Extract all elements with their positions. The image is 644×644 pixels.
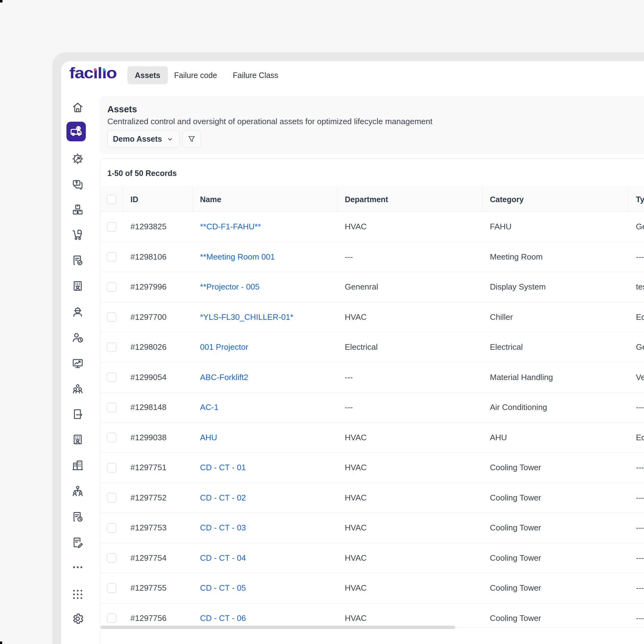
cell-department: Genenral xyxy=(337,272,482,302)
cell-name-link[interactable]: CD - CT - 05 xyxy=(193,573,337,603)
table-row[interactable]: #1297753CD - CT - 03HVACCooling Tower--- xyxy=(100,513,644,543)
sidebar-item-inspections[interactable] xyxy=(71,254,84,267)
row-checkbox[interactable] xyxy=(107,252,116,261)
tab-assets[interactable]: Assets xyxy=(127,66,168,84)
column-header-type[interactable]: Ty xyxy=(628,187,644,212)
cell-department: --- xyxy=(337,393,482,422)
table-row[interactable]: #1297754CD - CT - 04HVACCooling Tower--- xyxy=(100,543,644,573)
logo-letter: f xyxy=(69,64,75,82)
sidebar-item-visitors[interactable] xyxy=(71,433,84,446)
column-header-id[interactable]: ID xyxy=(123,187,193,212)
cell-department: --- xyxy=(337,363,482,393)
row-checkbox[interactable] xyxy=(107,493,116,502)
cell-name-link[interactable]: ABC-Forklift2 xyxy=(193,363,337,393)
cell-name-link[interactable]: **Projector - 005 xyxy=(193,272,337,302)
column-header-department[interactable]: Department xyxy=(337,187,482,212)
sidebar-item-transfers[interactable] xyxy=(71,408,84,421)
table-row[interactable]: #1298148AC-1---Air Conditioning--- xyxy=(100,393,644,423)
sidebar-item-analytics[interactable] xyxy=(71,357,84,370)
row-checkbox[interactable] xyxy=(107,343,116,352)
sidebar-item-shifts[interactable] xyxy=(71,331,84,344)
select-all-checkbox[interactable] xyxy=(107,195,116,204)
tab-failure-class[interactable]: Failure Class xyxy=(233,66,278,84)
horizontal-scrollbar-thumb[interactable] xyxy=(100,626,455,629)
row-checkbox[interactable] xyxy=(107,403,116,412)
cell-type: --- xyxy=(628,453,644,483)
sidebar-item-tenants[interactable] xyxy=(71,280,84,293)
cell-name-link[interactable]: AHU xyxy=(193,423,337,453)
screen-corner-mark-top xyxy=(0,0,2,2)
sidebar-item-logs[interactable] xyxy=(71,510,84,524)
row-checkbox[interactable] xyxy=(107,583,116,593)
table-row[interactable]: #1297755CD - CT - 05HVACCooling Tower--- xyxy=(100,573,644,603)
row-checkbox[interactable] xyxy=(107,523,116,533)
cell-id: #1293825 xyxy=(123,212,193,242)
cell-name-link[interactable]: CD - CT - 01 xyxy=(193,453,337,483)
cell-id: #1298106 xyxy=(123,242,193,272)
cell-department: HVAC xyxy=(337,603,482,628)
row-checkbox[interactable] xyxy=(107,222,116,232)
cell-category: Electrical xyxy=(482,332,628,362)
cell-name-link[interactable]: **CD-F1-FAHU** xyxy=(193,212,337,242)
row-checkbox[interactable] xyxy=(107,373,116,382)
page-title: Assets xyxy=(107,104,137,114)
cell-name-link[interactable]: **Meeting Room 001 xyxy=(193,242,337,272)
cell-id: #1297751 xyxy=(123,453,193,483)
table-row[interactable]: #1297756CD - CT - 06HVACCooling Tower--- xyxy=(100,603,644,628)
table-row[interactable]: #1298106**Meeting Room 001---Meeting Roo… xyxy=(100,242,644,272)
column-header-name[interactable]: Name xyxy=(193,187,337,212)
row-checkbox[interactable] xyxy=(107,613,116,623)
cell-name-link[interactable]: AC-1 xyxy=(193,393,337,422)
cell-category: Meeting Room xyxy=(482,242,628,272)
tab-failure-code[interactable]: Failure code xyxy=(174,66,217,84)
sidebar-item-apps[interactable] xyxy=(71,588,84,601)
table-row[interactable]: #1297996**Projector - 005GenenralDisplay… xyxy=(100,272,644,302)
cell-id: #1297756 xyxy=(123,603,193,628)
cell-name-link[interactable]: CD - CT - 02 xyxy=(193,483,337,513)
cell-department: HVAC xyxy=(337,513,482,543)
row-checkbox[interactable] xyxy=(107,463,116,472)
cell-name-link[interactable]: *YLS-FL30_CHILLER-01* xyxy=(193,302,337,332)
table-row[interactable]: #1299054ABC-Forklift2---Material Handlin… xyxy=(100,363,644,393)
row-checkbox[interactable] xyxy=(107,282,116,292)
table-row[interactable]: #1299038AHUHVACAHUEq xyxy=(100,423,644,453)
asset-truck-icon xyxy=(69,124,83,138)
cell-name-link[interactable]: CD - CT - 03 xyxy=(193,513,337,543)
table-row[interactable]: #1297700*YLS-FL30_CHILLER-01*HVACChiller… xyxy=(100,302,644,333)
cell-name-link[interactable]: 001 Projector xyxy=(193,332,337,362)
cell-name-link[interactable]: CD - CT - 04 xyxy=(193,543,337,573)
table-row[interactable]: #1297751CD - CT - 01HVACCooling Tower--- xyxy=(100,453,644,483)
toolbar: Demo Assets xyxy=(107,130,201,148)
sidebar-item-teams[interactable] xyxy=(71,382,84,395)
document-clock-icon xyxy=(71,510,84,524)
cell-department: HVAC xyxy=(337,573,482,603)
column-header-category[interactable]: Category xyxy=(482,187,628,212)
filter-button[interactable] xyxy=(182,130,201,148)
sidebar-item-home[interactable] xyxy=(71,101,84,114)
sidebar-item-maintenance[interactable] xyxy=(71,152,84,165)
logo-letter: c xyxy=(84,64,93,82)
cell-type: Ge xyxy=(628,212,644,242)
table-row[interactable]: #1298026001 ProjectorElectricalElectrica… xyxy=(100,332,644,363)
sidebar-item-settings[interactable] xyxy=(71,612,84,625)
row-checkbox[interactable] xyxy=(107,553,116,563)
sidebar-item-inventory[interactable] xyxy=(71,203,84,216)
sidebar-item-help[interactable] xyxy=(71,178,84,191)
cell-id: #1297996 xyxy=(123,272,193,302)
building-person-icon xyxy=(71,433,84,446)
sidebar-item-portfolio[interactable] xyxy=(71,459,84,472)
sidebar-item-more[interactable] xyxy=(71,561,84,574)
table-row[interactable]: #1297752CD - CT - 02HVACCooling Tower--- xyxy=(100,483,644,513)
sidebar-item-assets[interactable] xyxy=(66,122,86,141)
row-checkbox[interactable] xyxy=(107,433,116,442)
sidebar-item-notes[interactable] xyxy=(71,536,84,549)
row-checkbox[interactable] xyxy=(107,312,116,322)
view-selector-button[interactable]: Demo Assets xyxy=(107,130,179,148)
ellipsis-icon xyxy=(71,561,84,574)
cell-name-link[interactable]: CD - CT - 06 xyxy=(193,603,337,628)
cell-category: Cooling Tower xyxy=(482,453,628,483)
sidebar-item-workforce[interactable] xyxy=(71,305,84,319)
sidebar-item-hierarchy[interactable] xyxy=(71,485,84,498)
sidebar-item-procurement[interactable] xyxy=(71,228,84,241)
table-row[interactable]: #1293825**CD-F1-FAHU**HVACFAHUGe xyxy=(100,212,644,242)
